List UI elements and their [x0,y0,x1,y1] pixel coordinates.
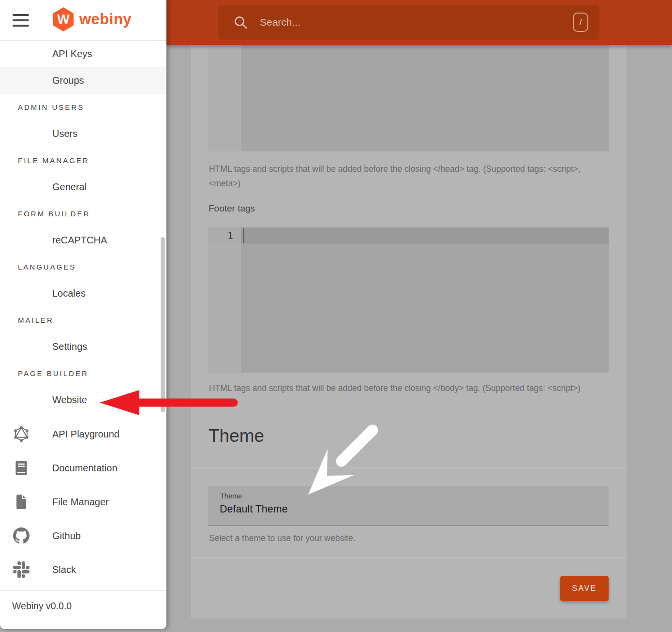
sidebar-scrollbar-thumb[interactable] [161,237,165,412]
sidebar-item-settings[interactable]: Settings [0,333,166,360]
section-divider [191,467,627,467]
footer-tags-help-text: HTML tags and scripts that will be added… [209,381,601,395]
webiny-admin-screen: / HTML tags and scripts that will be add… [0,0,672,632]
sidebar-footer-item-documentation[interactable]: Documentation [0,451,166,485]
editor-active-line [241,227,609,244]
header-tags-code-editor[interactable] [208,45,609,151]
actions-divider [191,557,627,558]
webiny-logo-wordmark: webiny [79,11,132,28]
footer-tags-label: Footer tags [209,203,255,214]
app-version-label: Webiny v0.0.0 [12,601,166,612]
sidebar-section-page-builder: PAGE BUILDER [0,360,166,387]
sidebar-footer-item-api-playground[interactable]: API Playground [0,417,166,451]
webiny-logo[interactable]: W webiny [52,7,132,31]
editor-content [241,45,609,151]
sidebar-item-users[interactable]: Users [0,120,166,147]
book-icon [12,460,31,476]
theme-section-title: Theme [209,426,264,446]
theme-select-field[interactable]: Theme Default Theme [208,486,609,526]
slack-icon [12,561,31,578]
sidebar-item-api-keys[interactable]: API Keys [0,41,166,67]
editor-text-caret [243,228,244,243]
sidebar-section-file-manager: FILE MANAGER [0,147,166,174]
menu-hamburger-icon[interactable] [13,14,29,27]
file-icon [12,494,31,510]
search-icon [233,15,248,30]
drawer-footer-menu: API Playground Documentation File Manage… [0,417,166,587]
editor-gutter [208,227,241,373]
main-content: / HTML tags and scripts that will be add… [166,0,672,632]
sidebar-section-languages: LANGUAGES [0,254,166,280]
theme-help-text: Select a theme to use for your website. [209,531,601,545]
footer-tags-code-editor[interactable]: 1 [208,227,609,373]
sidebar-footer-item-github[interactable]: Github [0,519,166,553]
drawer-menu: API Keys Groups ADMIN USERS Users FILE M… [0,41,166,413]
webiny-logo-hexagon-icon: W [52,7,75,31]
sidebar-item-recaptcha[interactable]: reCAPTCHA [0,227,166,254]
drawer-divider [0,414,166,414]
version-box: Webiny v0.0.0 [0,590,166,612]
settings-form-card: HTML tags and scripts that will be added… [191,45,627,618]
graphql-icon [12,426,31,442]
sidebar-footer-item-file-manager[interactable]: File Manager [0,485,166,519]
editor-content [241,227,609,373]
editor-line-number: 1 [208,227,241,244]
sidebar-section-mailer: MAILER [0,307,166,333]
search-input[interactable] [259,16,573,29]
sidebar-footer-item-slack[interactable]: Slack [0,553,166,587]
editor-gutter [208,45,241,151]
theme-field-value: Default Theme [220,503,288,515]
theme-field-label: Theme [220,492,242,500]
sidebar-item-locales[interactable]: Locales [0,280,166,307]
sidebar-section-form-builder: FORM BUILDER [0,200,166,227]
top-app-bar: / [166,0,672,45]
sidebar-section-admin-users: ADMIN USERS [0,94,166,120]
sidebar-item-groups[interactable]: Groups [0,67,166,94]
sidebar-item-general[interactable]: General [0,174,166,200]
search-shortcut-badge: / [573,13,588,32]
save-button[interactable]: SAVE [560,576,609,601]
navigation-drawer: W webiny API Keys Groups ADMIN USERS Use… [0,0,166,629]
github-icon [12,527,31,544]
header-tags-help-text: HTML tags and scripts that will be added… [209,162,601,191]
drawer-header: W webiny [0,0,166,41]
global-search-bar[interactable]: / [218,5,599,40]
sidebar-item-website[interactable]: Website [0,387,166,413]
